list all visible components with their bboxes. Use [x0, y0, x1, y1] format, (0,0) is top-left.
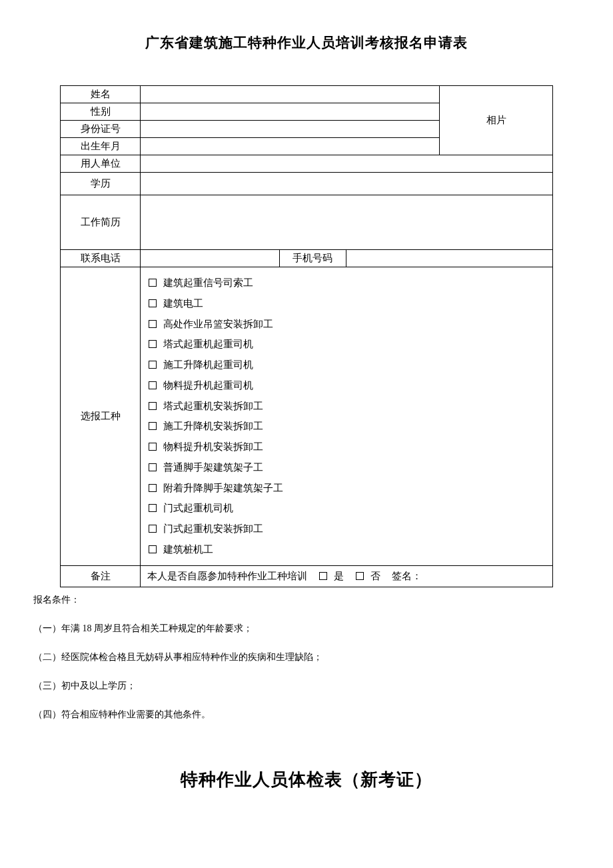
job-type-label: 塔式起重机起重司机	[163, 339, 253, 349]
checkbox-icon[interactable]	[149, 484, 157, 492]
condition-item: （一）年满 18 周岁且符合相关工种规定的年龄要求；	[33, 621, 580, 635]
job-type-label: 附着升降脚手架建筑架子工	[163, 483, 283, 493]
checkbox-icon[interactable]	[149, 340, 157, 348]
job-type-label: 建筑起重信号司索工	[163, 277, 253, 288]
checkbox-icon[interactable]	[149, 361, 157, 369]
job-type-label: 门式起重机司机	[163, 503, 233, 513]
remark-question: 本人是否自愿参加特种作业工种培训	[147, 571, 307, 581]
label-mobile: 手机号码	[279, 250, 346, 267]
label-name: 姓名	[61, 86, 141, 103]
job-type-label: 施工升降机安装拆卸工	[163, 421, 263, 431]
job-type-label: 物料提升机起重司机	[163, 380, 253, 391]
remark-sign-label: 签名：	[392, 571, 422, 581]
condition-item: （二）经医院体检合格且无妨碍从事相应特种作业的疾病和生理缺陷；	[33, 650, 580, 664]
job-type-label: 物料提升机安装拆卸工	[163, 441, 263, 452]
label-resume: 工作简历	[61, 195, 141, 250]
job-type-label: 高处作业吊篮安装拆卸工	[163, 319, 273, 329]
job-type-options: 建筑起重信号司索工建筑电工高处作业吊篮安装拆卸工塔式起重机起重司机施工升降机起重…	[141, 267, 553, 566]
job-type-option[interactable]: 高处作业吊篮安装拆卸工	[149, 314, 544, 335]
checkbox-icon[interactable]	[149, 504, 157, 512]
checkbox-icon[interactable]	[149, 381, 157, 389]
job-type-label: 门式起重机安装拆卸工	[163, 523, 263, 534]
remark-cell: 本人是否自愿参加特种作业工种培训 是 否 签名：	[141, 565, 553, 587]
job-type-option[interactable]: 施工升降机起重司机	[149, 355, 544, 375]
job-type-label: 建筑桩机工	[163, 544, 213, 555]
job-type-option[interactable]: 建筑电工	[149, 293, 544, 314]
checkbox-yes[interactable]	[319, 572, 327, 580]
field-employer[interactable]	[141, 155, 553, 173]
field-gender[interactable]	[141, 103, 440, 121]
condition-item: （四）符合相应特种作业需要的其他条件。	[33, 707, 580, 721]
job-type-option[interactable]: 建筑起重信号司索工	[149, 273, 544, 293]
job-type-option[interactable]: 门式起重机安装拆卸工	[149, 519, 544, 539]
checkbox-icon[interactable]	[149, 545, 157, 553]
photo-box: 相片	[440, 86, 553, 155]
checkbox-icon[interactable]	[149, 402, 157, 410]
field-mobile[interactable]	[346, 250, 552, 267]
label-employer: 用人单位	[61, 155, 141, 173]
label-phone: 联系电话	[61, 250, 141, 267]
remark-no-label: 否	[370, 571, 380, 581]
page-title: 广东省建筑施工特种作业人员培训考核报名申请表	[60, 33, 553, 52]
checkbox-icon[interactable]	[149, 443, 157, 451]
field-phone[interactable]	[141, 250, 280, 267]
job-type-option[interactable]: 附着升降脚手架建筑架子工	[149, 478, 544, 499]
conditions-head: 报名条件：	[33, 593, 580, 607]
job-type-label: 塔式起重机安装拆卸工	[163, 401, 263, 411]
field-name[interactable]	[141, 86, 440, 103]
label-job-type: 选报工种	[61, 267, 141, 566]
checkbox-icon[interactable]	[149, 422, 157, 430]
field-resume[interactable]	[141, 195, 553, 250]
application-form-table: 姓名 相片 性别 身份证号 出生年月 用人单位 学历 工作简历 联系电话 手机号…	[60, 85, 553, 587]
job-type-option[interactable]: 物料提升机安装拆卸工	[149, 437, 544, 457]
label-education: 学历	[61, 173, 141, 195]
field-education[interactable]	[141, 173, 553, 195]
job-type-option[interactable]: 塔式起重机安装拆卸工	[149, 396, 544, 417]
field-birth[interactable]	[141, 138, 440, 155]
checkbox-icon[interactable]	[149, 279, 157, 287]
job-type-label: 建筑电工	[163, 298, 203, 309]
job-type-option[interactable]: 施工升降机安装拆卸工	[149, 416, 544, 437]
label-birth: 出生年月	[61, 138, 141, 155]
job-type-option[interactable]: 塔式起重机起重司机	[149, 334, 544, 355]
condition-item: （三）初中及以上学历；	[33, 679, 580, 693]
label-gender: 性别	[61, 103, 141, 121]
job-type-option[interactable]: 门式起重机司机	[149, 498, 544, 519]
checkbox-no[interactable]	[356, 572, 364, 580]
remark-yes-label: 是	[334, 571, 344, 581]
checkbox-icon[interactable]	[149, 320, 157, 328]
conditions-section: 报名条件： （一）年满 18 周岁且符合相关工种规定的年龄要求；（二）经医院体检…	[33, 593, 580, 721]
job-type-label: 普通脚手架建筑架子工	[163, 462, 263, 473]
job-type-option[interactable]: 建筑桩机工	[149, 539, 544, 560]
job-type-label: 施工升降机起重司机	[163, 359, 253, 370]
second-title: 特种作业人员体检表（新考证）	[60, 768, 553, 791]
job-type-option[interactable]: 普通脚手架建筑架子工	[149, 457, 544, 478]
checkbox-icon[interactable]	[149, 299, 157, 307]
label-remark: 备注	[61, 565, 141, 587]
job-type-option[interactable]: 物料提升机起重司机	[149, 375, 544, 396]
checkbox-icon[interactable]	[149, 525, 157, 533]
checkbox-icon[interactable]	[149, 463, 157, 471]
label-id-no: 身份证号	[61, 121, 141, 138]
field-id-no[interactable]	[141, 121, 440, 138]
